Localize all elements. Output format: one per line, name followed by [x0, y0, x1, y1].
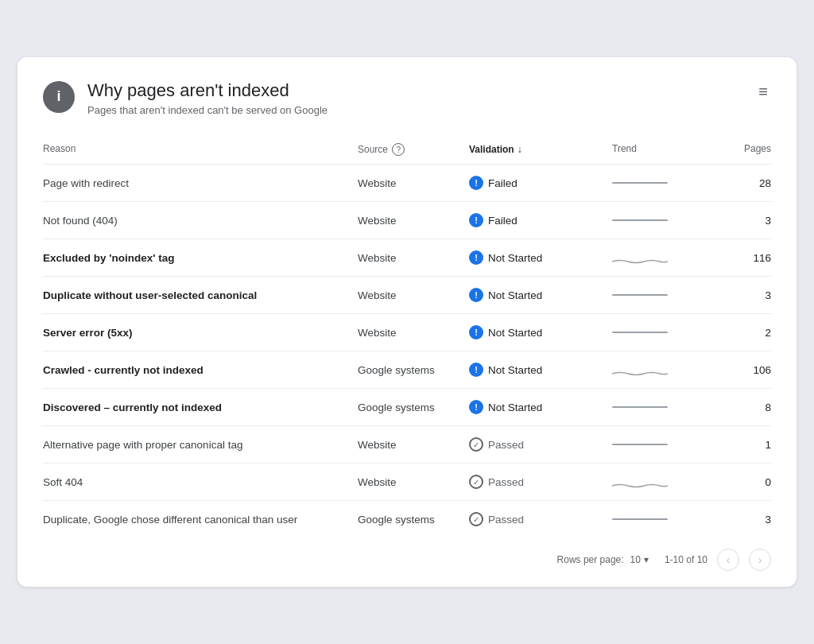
table-body: Page with redirectWebsite!Failed28Not fo… [43, 165, 771, 537]
pages-cell: 3 [707, 215, 771, 227]
validation-label: Not Started [488, 402, 542, 413]
table-row[interactable]: Duplicate, Google chose different canoni… [43, 501, 771, 537]
source-cell: Website [358, 476, 469, 488]
validation-label: Not Started [488, 289, 542, 301]
reason-cell: Not found (404) [43, 215, 358, 227]
pagination-nav: 1-10 of 10 ‹ › [665, 549, 771, 571]
rows-per-page-value: 10 [630, 554, 641, 565]
not-started-icon: ! [469, 400, 483, 414]
trend-flat-icon [612, 332, 668, 333]
not-started-icon: ! [469, 288, 483, 302]
validation-label: Not Started [488, 364, 542, 376]
data-table: Reason Source ? Validation ↓ Trend Pages… [43, 135, 771, 571]
table-row[interactable]: Page with redirectWebsite!Failed28 [43, 165, 771, 202]
trend-cell [612, 444, 707, 445]
validation-label: Failed [488, 215, 517, 227]
reason-cell: Duplicate, Google chose different canoni… [43, 514, 358, 526]
header-text: Why pages aren't indexed Pages that aren… [87, 80, 328, 117]
col-trend-header: Trend [612, 143, 707, 156]
table-row[interactable]: Duplicate without user-selected canonica… [43, 277, 771, 314]
pages-cell: 3 [707, 514, 771, 526]
source-cell: Website [358, 177, 469, 189]
validation-label: Passed [488, 439, 524, 451]
sort-arrow-icon: ↓ [517, 144, 522, 155]
not-started-icon: ! [469, 325, 483, 339]
rows-per-page: Rows per page: 10 ▾ [557, 554, 649, 565]
table-row[interactable]: Not found (404)Website!Failed3 [43, 202, 771, 239]
trend-wavy-icon [612, 367, 668, 373]
trend-flat-icon [612, 406, 668, 408]
reason-cell: Crawled - currently not indexed [43, 364, 358, 376]
source-cell: Website [358, 215, 469, 227]
header-left: i Why pages aren't indexed Pages that ar… [43, 80, 328, 117]
pages-cell: 106 [707, 364, 771, 376]
reason-cell: Excluded by 'noindex' tag [43, 252, 358, 264]
validation-cell: !Not Started [469, 325, 612, 339]
pages-cell: 0 [707, 476, 771, 488]
reason-cell: Alternative page with proper canonical t… [43, 439, 358, 451]
table-row[interactable]: Server error (5xx)Website!Not Started2 [43, 314, 771, 351]
prev-page-button[interactable]: ‹ [717, 549, 739, 571]
trend-cell [612, 479, 707, 485]
validation-cell: !Failed [469, 176, 612, 190]
next-page-button[interactable]: › [749, 549, 771, 571]
validation-cell: !Not Started [469, 400, 612, 414]
trend-cell [612, 182, 707, 184]
table-row[interactable]: Alternative page with proper canonical t… [43, 426, 771, 464]
passed-icon: ✓ [469, 437, 483, 452]
reason-cell: Page with redirect [43, 177, 358, 189]
trend-cell [612, 406, 707, 408]
pages-cell: 116 [707, 252, 771, 264]
trend-flat-icon [612, 294, 668, 296]
trend-cell [612, 367, 707, 373]
source-cell: Google systems [358, 514, 469, 526]
trend-flat-icon [612, 444, 668, 445]
trend-cell [612, 294, 707, 296]
trend-flat-icon [612, 182, 668, 184]
page-title: Why pages aren't indexed [87, 80, 328, 103]
reason-cell: Soft 404 [43, 476, 358, 488]
validation-cell: !Failed [469, 213, 612, 227]
table-row[interactable]: Discovered – currently not indexedGoogle… [43, 389, 771, 426]
table-row[interactable]: Excluded by 'noindex' tagWebsite!Not Sta… [43, 239, 771, 277]
source-cell: Website [358, 289, 469, 301]
source-help-icon[interactable]: ? [392, 143, 405, 156]
validation-label: Passed [488, 476, 524, 488]
trend-cell [612, 332, 707, 333]
reason-cell: Discovered – currently not indexed [43, 402, 358, 413]
table-row[interactable]: Crawled - currently not indexedGoogle sy… [43, 351, 771, 389]
validation-cell: !Not Started [469, 250, 612, 265]
pages-cell: 8 [707, 402, 771, 413]
validation-cell: !Not Started [469, 363, 612, 377]
source-cell: Google systems [358, 364, 469, 376]
passed-icon: ✓ [469, 475, 483, 489]
validation-cell: !Not Started [469, 288, 612, 302]
rows-per-page-label: Rows per page: [557, 554, 624, 565]
trend-wavy-icon [612, 479, 668, 485]
rows-per-page-select[interactable]: 10 ▾ [630, 554, 649, 565]
filter-icon[interactable]: ≡ [755, 80, 771, 104]
validation-label: Passed [488, 514, 524, 526]
trend-wavy-icon [612, 254, 668, 261]
trend-cell [612, 518, 707, 520]
not-started-icon: ! [469, 250, 483, 265]
rows-select-arrow: ▾ [644, 554, 649, 565]
validation-label: Not Started [488, 252, 542, 264]
failed-icon: ! [469, 176, 483, 190]
table-row[interactable]: Soft 404Website✓Passed0 [43, 464, 771, 501]
info-icon: i [43, 81, 75, 113]
trend-flat-icon [612, 219, 668, 221]
reason-cell: Server error (5xx) [43, 327, 358, 339]
table-header-row: Reason Source ? Validation ↓ Trend Pages [43, 135, 771, 165]
pages-cell: 28 [707, 177, 771, 189]
col-validation-header[interactable]: Validation ↓ [469, 143, 612, 156]
source-cell: Website [358, 327, 469, 339]
pages-cell: 1 [707, 439, 771, 451]
source-cell: Website [358, 252, 469, 264]
validation-cell: ✓Passed [469, 475, 612, 489]
pages-cell: 2 [707, 327, 771, 339]
pages-cell: 3 [707, 289, 771, 301]
validation-label: Failed [488, 177, 517, 189]
validation-label: Not Started [488, 327, 542, 339]
main-card: i Why pages aren't indexed Pages that ar… [17, 57, 797, 588]
